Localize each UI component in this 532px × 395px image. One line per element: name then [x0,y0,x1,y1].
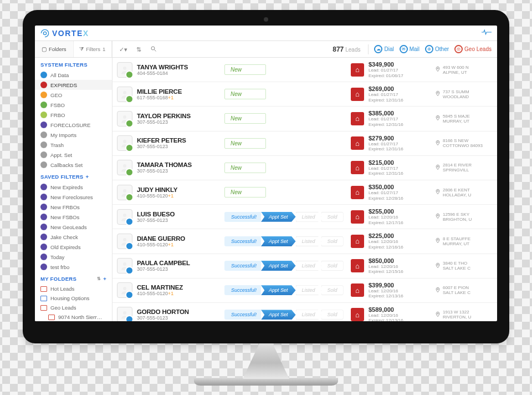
status-pipeline: Successful! Appt Set Listed Sold [224,310,344,320]
sidebar-item[interactable]: GEO [35,90,112,100]
sidebar-item[interactable]: EXPIREDS [35,80,112,90]
lead-row[interactable]: DIANE GUERRO 410-555-0120+1 Successful! … [112,229,497,254]
lead-avatar[interactable] [117,62,132,78]
lead-avatar[interactable] [117,209,132,225]
sidebar-subitem[interactable]: 9074 North Sierr… [35,312,112,321]
select-all-icon[interactable]: ✓▾ [119,46,127,53]
search-icon[interactable] [150,45,157,53]
lead-avatar[interactable] [117,160,132,175]
stage-successful[interactable]: Successful! [224,236,261,246]
sidebar-item[interactable]: Appt. Set [35,150,112,160]
stage-appt-set[interactable]: Appt Set [261,285,296,295]
sidebar-item[interactable]: New Expireds [35,182,112,192]
sidebar-item[interactable]: FRBO [35,110,112,120]
lead-row[interactable]: CEL MARTINEZ 410-555-0120+1 Successful! … [112,278,497,303]
stage-sold[interactable]: Sold [321,236,344,246]
sidebar-item[interactable]: Geo Leads [35,303,112,312]
sort-icon[interactable]: ⇅ [136,46,141,53]
lead-row[interactable]: KIEFER PETERS 307-555-0123 New ⌂ $279,90… [112,131,497,156]
lead-row[interactable]: TAMARA THOMAS 307-555-0123 New ⌂ $215,00… [112,156,497,180]
sidebar-item[interactable]: FSBO [35,100,112,110]
sidebar[interactable]: SYSTEM FILTERS All DataEXPIREDSGEOFSBOFR… [35,58,112,321]
lead-avatar[interactable] [117,307,132,321]
svg-point-13 [123,189,126,193]
add-folder-icon[interactable]: + [103,276,106,282]
lead-avatar[interactable] [117,234,132,249]
lead-avatar[interactable] [117,282,132,298]
lead-avatar[interactable] [117,185,132,200]
lead-avatar[interactable] [117,111,132,126]
sidebar-item-label: New Expireds [50,184,83,190]
stage-successful[interactable]: Successful! [224,212,261,222]
lead-name-block: GORDO HORTON 307-555-0123 [137,308,220,321]
lead-avatar[interactable] [117,135,132,151]
sidebar-item-label: New FRBOs [50,204,80,210]
mail-button[interactable]: ✉Mail [400,45,420,53]
stage-sold[interactable]: Sold [321,261,344,271]
status-new-badge: New [224,89,266,99]
lead-avatar[interactable] [117,258,132,274]
sidebar-item-label: Housing Options [50,295,89,301]
stage-successful[interactable]: Successful! [224,285,261,295]
stage-appt-set[interactable]: Appt Set [261,310,296,320]
lead-row[interactable]: TANYA WRIGHTS 404-555-0184 New ⌂ $349,90… [112,58,497,82]
tab-filters[interactable]: ⧩ Filters 1 [74,41,112,57]
lead-avatar[interactable] [117,87,132,102]
svg-point-14 [437,190,438,191]
lead-row[interactable]: LUIS BUESO 307-555-0123 Successful! Appt… [112,205,497,229]
sidebar-item[interactable]: Jake Check [35,232,112,242]
sidebar-item[interactable]: FORECLOSURE [35,120,112,130]
sidebar-item[interactable]: New FSBOs [35,212,112,222]
status-new-badge: New [224,187,266,198]
sidebar-item[interactable]: Old Expireds [35,242,112,252]
lead-row[interactable]: GORDO HORTON 307-555-0123 Successful! Ap… [112,303,497,321]
other-button[interactable]: ⊕Other [425,45,449,53]
stage-sold[interactable]: Sold [321,310,344,320]
stage-listed[interactable]: Listed [296,310,321,320]
sidebar-item[interactable]: New GeoLeads [35,222,112,232]
stage-successful[interactable]: Successful! [224,261,261,271]
sidebar-item[interactable]: New Foreclosures [35,192,112,202]
stage-listed[interactable]: Listed [296,285,321,295]
stage-sold[interactable]: Sold [321,212,344,222]
sidebar-item[interactable]: Housing Options [35,293,112,303]
activity-icon[interactable] [482,29,492,37]
dial-button[interactable]: ☁Dial [374,45,393,53]
lead-row[interactable]: MILLIE PIERCE 617-555-0168+1 New ⌂ $269,… [112,82,497,107]
stage-successful[interactable]: Successful! [224,310,261,320]
sidebar-item-label: Hot Leads [50,286,74,292]
leads-list[interactable]: TANYA WRIGHTS 404-555-0184 New ⌂ $349,90… [112,58,497,321]
stage-listed[interactable]: Listed [296,236,321,246]
sidebar-item[interactable]: My Imports [35,130,112,140]
sidebar-item[interactable]: Callbacks Set [35,160,112,170]
tab-folders-label: Folders [49,46,66,52]
lead-row[interactable]: JUDY HINKLY 410-555-0120+1 New ⌂ $350,00… [112,180,497,205]
lead-price-block: $279,900 Lead: 01/27/17 Expired: 12/31/1… [369,135,431,152]
sidebar-item[interactable]: All Data [35,70,112,80]
list-tools: ✓▾ ⇅ [112,45,163,53]
sidebar-item[interactable]: test frbo [35,262,112,272]
stage-listed[interactable]: Listed [296,212,321,222]
sidebar-item[interactable]: New FRBOs [35,202,112,212]
lead-row[interactable]: TAYLOR PERKINS 307-555-0123 New ⌂ $385,0… [112,107,497,131]
app-logo[interactable]: VORTEX [40,29,89,38]
lead-row[interactable]: PAULA CAMPBEL 307-555-0123 Successful! A… [112,254,497,278]
sidebar-item[interactable]: Trash [35,140,112,150]
geo-leads-button[interactable]: ◎Geo Leads [454,45,492,53]
lead-name-block: DIANE GUERRO 410-555-0120+1 [137,235,220,247]
sort-folders-icon[interactable]: ⇅ [97,276,101,281]
stage-appt-set[interactable]: Appt Set [261,212,296,222]
stage-appt-set[interactable]: Appt Set [261,236,296,246]
my-folders-list: Hot LeadsHousing OptionsGeo Leads9074 No… [35,284,112,321]
lead-price: $589,000 [369,306,431,313]
folder-icon: ▢ [42,46,47,52]
stage-sold[interactable]: Sold [321,285,344,295]
sidebar-item[interactable]: Hot Leads [35,284,112,293]
stage-listed[interactable]: Listed [296,261,321,271]
add-saved-filter-icon[interactable]: + [85,174,89,180]
stage-appt-set[interactable]: Appt Set [261,261,296,271]
tab-folders[interactable]: ▢ Folders [35,41,74,57]
lead-expired: Expired: 12/13/16 [369,318,431,321]
lead-date: Lead: 12/20/16 [369,239,431,245]
sidebar-item[interactable]: Today [35,252,112,262]
